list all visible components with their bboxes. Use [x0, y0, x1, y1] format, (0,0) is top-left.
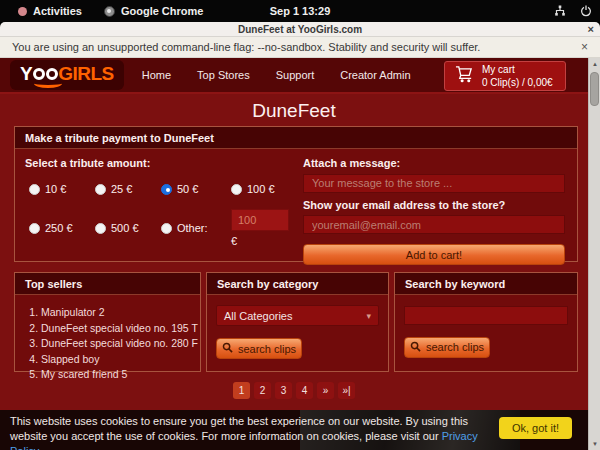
- amount-radio-100[interactable]: [231, 184, 242, 195]
- top-sellers-header: Top sellers: [15, 273, 200, 295]
- shopping-cart-icon: [455, 65, 474, 88]
- search-icon: [410, 341, 421, 354]
- amount-radio-other[interactable]: [161, 223, 172, 234]
- top-seller-item[interactable]: Manipulator 2: [41, 305, 200, 321]
- search-icon: [222, 342, 233, 355]
- keyword-search-button[interactable]: search clips: [404, 337, 490, 358]
- desktop-screen: Activities Google Chrome Sep 1 13:29 Dun…: [0, 0, 600, 450]
- cart-summary: 0 Clip(s) / 0,00€: [482, 76, 553, 89]
- window-close-icon[interactable]: ×: [588, 23, 594, 35]
- keyword-input[interactable]: [404, 306, 568, 325]
- tribute-amount-options: 10 € 25 € 50 € 100 €: [29, 183, 309, 247]
- amount-option-500[interactable]: 500 €: [95, 209, 161, 247]
- network-icon[interactable]: [554, 5, 566, 17]
- nav-item-support[interactable]: Support: [276, 69, 315, 81]
- scroll-down-icon[interactable]: ▼: [589, 438, 600, 450]
- cookie-accept-button[interactable]: Ok, got it!: [499, 417, 572, 439]
- page-button-4[interactable]: 4: [296, 382, 313, 399]
- top-seller-item[interactable]: DuneFeet special video no. 195 T: [41, 321, 200, 337]
- warning-close-icon[interactable]: ×: [581, 40, 588, 54]
- scrollbar-thumb[interactable]: [590, 72, 599, 106]
- warning-bar: You are using an unsupported command-lin…: [0, 37, 600, 58]
- tribute-panel-header: Make a tribute payment to DuneFeet: [15, 127, 577, 149]
- category-search-header: Search by category: [207, 273, 388, 295]
- email-input[interactable]: [303, 215, 565, 234]
- top-seller-item[interactable]: My scared friend 5: [41, 367, 200, 383]
- activities-label: Activities: [33, 5, 82, 17]
- amount-option-25[interactable]: 25 €: [95, 183, 161, 195]
- message-label: Attach a message:: [303, 157, 565, 169]
- amount-radio-25[interactable]: [95, 184, 106, 195]
- top-seller-item[interactable]: Slapped boy: [41, 352, 200, 368]
- window-title: DuneFeet at YooGirls.com: [238, 24, 362, 35]
- cookie-message: This website uses cookies to ensure you …: [10, 414, 495, 450]
- page-button-3[interactable]: 3: [275, 382, 292, 399]
- logo-smile-icon: [34, 79, 62, 88]
- top-sellers-list: Manipulator 2 DuneFeet special video no.…: [41, 305, 200, 383]
- amount-radio-10[interactable]: [29, 184, 40, 195]
- page-button-last[interactable]: »|: [338, 382, 355, 399]
- nav-item-top-stores[interactable]: Top Stores: [197, 69, 250, 81]
- top-seller-item[interactable]: DuneFeet special video no. 280 F: [41, 336, 200, 352]
- logo-text-y: Y: [20, 63, 32, 84]
- page-title: DuneFeet: [0, 100, 588, 122]
- site-header: YGIRLS Home Top Stores Support Creator A…: [0, 58, 588, 94]
- power-icon[interactable]: [580, 5, 592, 17]
- window-title-bar[interactable]: DuneFeet at YooGirls.com ×: [0, 22, 600, 37]
- amount-option-250[interactable]: 250 €: [29, 209, 95, 247]
- other-amount-currency: €: [231, 235, 301, 247]
- amount-option-50[interactable]: 50 €: [161, 183, 231, 195]
- desktop-top-bar: Activities Google Chrome Sep 1 13:29: [0, 0, 600, 22]
- page-button-next[interactable]: »: [317, 382, 334, 399]
- amount-option-other[interactable]: Other:: [161, 209, 231, 247]
- amount-radio-50[interactable]: [161, 184, 172, 195]
- chrome-icon: [104, 6, 115, 17]
- amount-option-10[interactable]: 10 €: [29, 183, 95, 195]
- chevron-down-icon: ▾: [366, 311, 371, 321]
- site-logo[interactable]: YGIRLS: [10, 60, 124, 90]
- amount-option-100[interactable]: 100 €: [231, 183, 301, 195]
- pagination: 1 2 3 4 » »|: [0, 382, 588, 399]
- amount-radio-250[interactable]: [29, 223, 40, 234]
- keyword-search-panel: Search by keyword search clips: [394, 272, 578, 372]
- tribute-panel: Make a tribute payment to DuneFeet Selec…: [14, 126, 578, 262]
- app-menu-button[interactable]: Google Chrome: [100, 5, 208, 17]
- page-button-1[interactable]: 1: [233, 382, 250, 399]
- page-content: ▲ ▼ YGIRLS Home Top Stores Support Creat…: [0, 58, 600, 450]
- message-input[interactable]: [303, 174, 565, 193]
- warning-text: You are using an unsupported command-lin…: [12, 41, 480, 53]
- nav-item-creator-admin[interactable]: Creator Admin: [340, 69, 410, 81]
- cart-title: My cart: [482, 63, 553, 76]
- amount-radio-500[interactable]: [95, 223, 106, 234]
- vertical-scrollbar[interactable]: ▲ ▼: [588, 58, 600, 450]
- category-search-panel: Search by category All Categories ▾ sear…: [206, 272, 389, 372]
- app-menu-label: Google Chrome: [121, 5, 204, 17]
- category-dropdown[interactable]: All Categories ▾: [216, 305, 379, 326]
- cookie-consent-bar: This website uses cookies to ensure you …: [0, 410, 588, 450]
- category-search-button[interactable]: search clips: [216, 338, 302, 359]
- category-dropdown-value: All Categories: [224, 310, 292, 322]
- add-to-cart-button[interactable]: Add to cart!: [303, 244, 565, 265]
- cart-widget[interactable]: My cart 0 Clip(s) / 0,00€: [444, 61, 566, 91]
- scroll-up-icon[interactable]: ▲: [589, 58, 600, 70]
- main-nav: Home Top Stores Support Creator Admin: [142, 69, 411, 81]
- activities-button[interactable]: Activities: [14, 5, 86, 17]
- logo-text-girls: GIRLS: [58, 63, 114, 84]
- keyword-search-header: Search by keyword: [395, 273, 577, 295]
- top-sellers-panel: Top sellers Manipulator 2 DuneFeet speci…: [14, 272, 201, 372]
- clock[interactable]: Sep 1 13:29: [0, 5, 600, 17]
- page-button-2[interactable]: 2: [254, 382, 271, 399]
- distro-dot-icon: [18, 7, 27, 16]
- other-amount-input[interactable]: [231, 209, 289, 231]
- nav-item-home[interactable]: Home: [142, 69, 171, 81]
- email-label: Show your email address to the store?: [303, 199, 565, 211]
